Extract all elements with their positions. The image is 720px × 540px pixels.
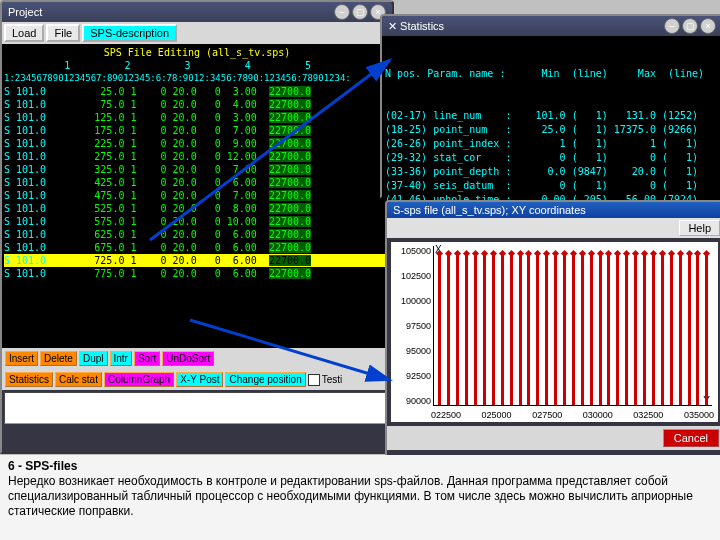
- stat-row: (33-36) point_depth : 0.0 (9847) 20.0 ( …: [385, 165, 719, 179]
- chart-bar: [705, 255, 708, 405]
- chart-window: S-sps file (all_s_tv.sps); XY coordinate…: [385, 200, 720, 464]
- chart-bar: [607, 255, 610, 405]
- x-axis: 022500025000027500030000032500035000: [431, 410, 714, 420]
- chart-bar: [465, 255, 468, 405]
- column-header: 1 2 3 4 5: [4, 59, 390, 72]
- chart-footer: Cancel: [387, 426, 720, 450]
- table-row[interactable]: S 101.0 425.0 1 0 20.0 0 6.00 22700.0: [4, 176, 390, 189]
- testi-checkbox[interactable]: Testi: [308, 372, 343, 387]
- cancel-button[interactable]: Cancel: [663, 429, 719, 447]
- dupl-button[interactable]: Dupl: [79, 351, 108, 366]
- description-panel: 6 - SPS-files Нередко возникает необходи…: [0, 455, 720, 540]
- project-title: Project: [8, 6, 42, 18]
- chart-bar: [554, 255, 557, 405]
- table-row[interactable]: S 101.0 675.0 1 0 20.0 0 6.00 22700.0: [4, 241, 390, 254]
- stats-header: N pos. Param. name : Min (line) Max (lin…: [385, 67, 719, 81]
- statistics-titlebar[interactable]: ✕ Statistics – ▢ ×: [382, 16, 720, 36]
- column-graph-button[interactable]: ColumnGraph: [104, 372, 174, 387]
- table-row[interactable]: S 101.0 775.0 1 0 20.0 0 6.00 22700.0: [4, 267, 390, 280]
- table-row[interactable]: S 101.0 175.0 1 0 20.0 0 7.00 22700.0: [4, 124, 390, 137]
- plot-area: [433, 246, 712, 406]
- table-row[interactable]: S 101.0 475.0 1 0 20.0 0 7.00 22700.0: [4, 189, 390, 202]
- undosort-button[interactable]: UnDoSort: [162, 351, 214, 366]
- chart-bar: [652, 255, 655, 405]
- intr-button[interactable]: Intr: [110, 351, 132, 366]
- description-heading: 6 - SPS-files: [8, 459, 77, 473]
- chart-bar: [456, 255, 459, 405]
- xy-post-button[interactable]: X-Y Post: [176, 372, 223, 387]
- sps-editor[interactable]: SPS File Editing (all_s_tv.sps) 1 2 3 4 …: [2, 44, 392, 348]
- project-window: Project – ▢ × Load File SPS-description …: [0, 0, 394, 454]
- statistics-button[interactable]: Statistics: [5, 372, 53, 387]
- file-button[interactable]: File: [46, 24, 80, 42]
- chart-title: S-sps file (all_s_tv.sps); XY coordinate…: [393, 204, 586, 216]
- load-button[interactable]: Load: [4, 24, 44, 42]
- chart-bar: [563, 255, 566, 405]
- chart-area[interactable]: X Y 105000102500100000975009500092500900…: [391, 242, 718, 422]
- chart-bar: [625, 255, 628, 405]
- chart-bar: [501, 255, 504, 405]
- stat-row: (02-17) line_num : 101.0 ( 1) 131.0 (125…: [385, 109, 719, 123]
- chart-bar: [679, 255, 682, 405]
- table-row[interactable]: S 101.0 625.0 1 0 20.0 0 6.00 22700.0: [4, 228, 390, 241]
- table-row[interactable]: S 101.0 725.0 1 0 20.0 0 6.00 22700.0: [4, 254, 390, 267]
- chart-bar: [492, 255, 495, 405]
- chart-bar: [634, 255, 637, 405]
- chart-bar: [688, 255, 691, 405]
- chart-bar: [447, 255, 450, 405]
- chart-bar: [616, 255, 619, 405]
- maximize-icon[interactable]: ▢: [352, 4, 368, 20]
- chart-bar: [590, 255, 593, 405]
- stat-row: (18-25) point_num : 25.0 ( 1) 17375.0 (9…: [385, 123, 719, 137]
- description-body: Нередко возникает необходимость в контро…: [8, 474, 693, 518]
- chart-bar: [438, 255, 441, 405]
- calc-stat-button[interactable]: Calc stat: [55, 372, 102, 387]
- stat-row: (29-32) stat_cor : 0 ( 1) 0 ( 1): [385, 151, 719, 165]
- table-row[interactable]: S 101.0 325.0 1 0 20.0 0 7.00 22700.0: [4, 163, 390, 176]
- project-menubar: Load File SPS-description: [2, 22, 392, 44]
- maximize-icon[interactable]: ▢: [682, 18, 698, 34]
- table-row[interactable]: S 101.0 575.0 1 0 20.0 0 10.00 22700.0: [4, 215, 390, 228]
- help-button[interactable]: Help: [679, 220, 720, 236]
- chart-bar: [670, 255, 673, 405]
- statistics-window: ✕ Statistics – ▢ × N pos. Param. name : …: [380, 14, 720, 198]
- command-input[interactable]: [4, 392, 390, 424]
- table-row[interactable]: S 101.0 275.0 1 0 20.0 0 12.00 22700.0: [4, 150, 390, 163]
- chart-bar: [519, 255, 522, 405]
- chart-bar: [527, 255, 530, 405]
- chart-bar: [510, 255, 513, 405]
- y-axis: 10500010250010000097500950009250090000: [393, 246, 431, 406]
- table-row[interactable]: S 101.0 75.0 1 0 20.0 0 4.00 22700.0: [4, 98, 390, 111]
- statistics-title: Statistics: [400, 20, 444, 32]
- x-icon: ✕: [388, 20, 397, 33]
- minimize-icon[interactable]: –: [664, 18, 680, 34]
- table-row[interactable]: S 101.0 525.0 1 0 20.0 0 8.00 22700.0: [4, 202, 390, 215]
- chart-bar: [545, 255, 548, 405]
- stat-row: (37-40) seis_datum : 0 ( 1) 0 ( 1): [385, 179, 719, 193]
- table-row[interactable]: S 101.0 225.0 1 0 20.0 0 9.00 22700.0: [4, 137, 390, 150]
- delete-button[interactable]: Delete: [40, 351, 77, 366]
- chart-bar: [661, 255, 664, 405]
- chart-bar: [483, 255, 486, 405]
- close-icon[interactable]: ×: [700, 18, 716, 34]
- sps-description-button[interactable]: SPS-description: [82, 24, 177, 42]
- minimize-icon[interactable]: –: [334, 4, 350, 20]
- ruler: 1:2345678901234567:89012345:6:78:9012:34…: [4, 72, 390, 85]
- sort-button[interactable]: Sort: [134, 351, 160, 366]
- insert-button[interactable]: Insert: [5, 351, 38, 366]
- chart-bar: [643, 255, 646, 405]
- chart-bar: [599, 255, 602, 405]
- chart-menubar: Help: [387, 218, 720, 238]
- change-position-button[interactable]: Change position: [225, 372, 305, 387]
- chart-bar: [536, 255, 539, 405]
- chart-bar: [572, 255, 575, 405]
- toolbar-row-1: Insert Delete Dupl Intr Sort UnDoSort: [2, 348, 392, 369]
- chart-bar: [696, 255, 699, 405]
- chart-bar: [474, 255, 477, 405]
- chart-titlebar[interactable]: S-sps file (all_s_tv.sps); XY coordinate…: [387, 202, 720, 218]
- stat-row: (26-26) point_index : 1 ( 1) 1 ( 1): [385, 137, 719, 151]
- table-row[interactable]: S 101.0 125.0 1 0 20.0 0 3.00 22700.0: [4, 111, 390, 124]
- project-titlebar[interactable]: Project – ▢ ×: [2, 2, 392, 22]
- table-row[interactable]: S 101.0 25.0 1 0 20.0 0 3.00 22700.0: [4, 85, 390, 98]
- editor-title: SPS File Editing (all_s_tv.sps): [4, 46, 390, 59]
